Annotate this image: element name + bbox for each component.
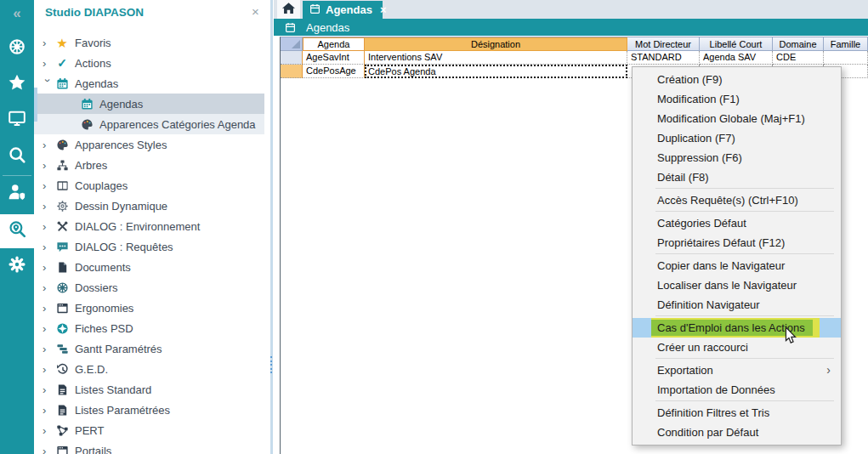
table-cell[interactable]: Agenda SAV	[700, 51, 773, 65]
menu-item-label: Propriétaires Défaut (F12)	[657, 236, 785, 249]
menu-item-label: Création (F9)	[657, 73, 723, 86]
column-header-libelle-court[interactable]: Libellé Court	[700, 37, 773, 51]
home-button[interactable]	[277, 0, 300, 19]
favorites-button[interactable]	[0, 67, 34, 101]
table-cell-editing[interactable]: CdePos Agenda	[365, 65, 627, 78]
menu-item-suppression[interactable]: Suppression (F6)	[633, 148, 841, 167]
row-selector[interactable]	[281, 65, 303, 78]
column-header-agenda[interactable]: Agenda	[303, 37, 365, 51]
chevron-right-icon: ›	[43, 200, 55, 213]
nav-item-portails[interactable]: ›Portails	[34, 440, 264, 454]
nav-item-listes-standard[interactable]: ›Listes Standard	[34, 379, 264, 400]
rail-separator	[3, 175, 31, 176]
nav-item-label: Documents	[75, 261, 131, 274]
nav-item-fiches-psd[interactable]: ›Fiches PSD	[34, 318, 264, 338]
collapse-panel-button[interactable]: «	[0, 0, 34, 27]
nav-item-apparences-styles[interactable]: ›Apparences Styles	[34, 134, 264, 155]
nav-item-pert[interactable]: ›PERT	[34, 420, 264, 440]
grid-header-row: Agenda Désignation Mot Directeur Libellé…	[281, 37, 868, 51]
menu-item-modification-globale[interactable]: Modification Globale (Maj+F1)	[633, 109, 841, 128]
nav-item-label: DIALOG : Environnement	[75, 220, 200, 233]
row-selector[interactable]	[281, 51, 303, 65]
tab-agendas[interactable]: Agendas ×	[303, 1, 383, 19]
nav-item-agendas-sub[interactable]: Agendas	[34, 94, 264, 114]
menu-item-creer-raccourci[interactable]: Créer un raccourci	[633, 338, 841, 357]
column-header-mot-directeur[interactable]: Mot Directeur	[627, 37, 700, 51]
menu-item-copier-navigateur[interactable]: Copier dans le Navigateur	[633, 256, 841, 275]
nav-item-favoris[interactable]: ›★Favoris	[34, 32, 264, 53]
menu-item-localiser-navigateur[interactable]: Localiser dans le Navigateur	[633, 275, 841, 295]
menu-item-label: Modification Globale (Maj+F1)	[657, 112, 805, 125]
workspace-button[interactable]	[0, 103, 34, 137]
menu-item-definition-filtres-tris[interactable]: Définition Filtres et Tris	[633, 403, 841, 423]
nav-item-listes-parametrees[interactable]: ›Listes Paramétrées	[34, 400, 264, 420]
tab-bar: Agendas ×	[274, 0, 868, 19]
chevron-right-icon: ›	[43, 241, 55, 253]
app-window: « Studio DIAPASON × ›★Favoris ›✓A	[0, 0, 868, 454]
nav-item-documents[interactable]: ›Documents	[34, 257, 264, 277]
menu-item-detail[interactable]: Détail (F8)	[633, 167, 841, 187]
menu-separator	[655, 358, 834, 359]
nav-item-dossiers[interactable]: ›Dossiers	[34, 277, 264, 298]
nav-item-label: Ergonomies	[75, 302, 133, 315]
table-cell[interactable]: CDE	[773, 51, 824, 65]
chevron-right-icon: ›	[43, 343, 55, 355]
table-cell[interactable]: CdePosAge	[303, 65, 365, 78]
nav-item-ergonomies[interactable]: ›Ergonomies	[34, 298, 264, 318]
nav-scrollbar-thumb[interactable]	[34, 88, 37, 122]
menu-item-cas-emploi-actions[interactable]: Cas d'Emploi dans les Actions	[633, 318, 841, 338]
menu-item-proprietaires-defaut[interactable]: Propriétaires Défaut (F12)	[633, 233, 841, 253]
menu-item-label: Définition Filtres et Tris	[657, 406, 769, 419]
table-cell[interactable]: AgeSavInt	[303, 51, 365, 65]
table-cell[interactable]	[824, 51, 868, 65]
select-all-corner[interactable]	[281, 37, 303, 51]
file-list-icon	[55, 383, 69, 396]
window-icon	[55, 444, 69, 454]
panel-splitter[interactable]	[270, 0, 273, 454]
table-cell[interactable]: STANDARD	[627, 51, 700, 65]
table-cell[interactable]: Interventions SAV	[365, 51, 627, 65]
chevron-right-icon: ›	[43, 179, 55, 192]
navigator-close-icon[interactable]: ×	[252, 4, 259, 19]
menu-item-creation[interactable]: Création (F9)	[633, 70, 841, 89]
nav-item-label: PERT	[75, 424, 104, 437]
nav-item-agendas[interactable]: ›Agendas	[34, 73, 264, 94]
nav-item-gantt-parametres[interactable]: ›Gantt Paramétrés	[34, 338, 264, 359]
menu-item-importation-donnees[interactable]: Importation de Données	[633, 380, 841, 400]
nav-item-dialog-requetes[interactable]: ›DIALOG : Requêtes	[34, 236, 264, 257]
nav-item-actions[interactable]: ›✓Actions	[34, 53, 264, 73]
wheel-icon	[55, 281, 69, 294]
nav-item-label: Listes Paramétrées	[75, 404, 170, 417]
search-pin-button[interactable]	[0, 214, 34, 248]
column-header-famille[interactable]: Famille	[824, 37, 868, 51]
nav-item-label: Apparences Styles	[75, 139, 167, 151]
chevron-right-icon: ›	[43, 57, 55, 70]
column-header-domaine[interactable]: Domaine	[773, 37, 824, 51]
menu-item-modification[interactable]: Modification (F1)	[633, 89, 841, 109]
nav-item-label: Agendas	[99, 98, 143, 111]
menu-item-condition-par-defaut[interactable]: Condition par Défaut	[633, 423, 841, 442]
gear-outline-icon	[55, 199, 69, 213]
modules-button[interactable]	[0, 31, 34, 65]
menu-item-acces-requetes[interactable]: Accès Requête(s) (Ctrl+F10)	[633, 190, 841, 210]
menu-item-exportation[interactable]: Exportation›	[633, 360, 841, 380]
nav-item-dialog-environnement[interactable]: ›DIALOG : Environnement	[34, 216, 264, 236]
nav-item-apparences-categories-agenda[interactable]: Apparences Catégories Agenda	[34, 114, 264, 134]
menu-separator	[655, 188, 834, 189]
menu-item-duplication[interactable]: Duplication (F7)	[633, 128, 841, 148]
nav-item-ged[interactable]: ›G.E.D.	[34, 359, 264, 379]
menu-item-categories-defaut[interactable]: Catégories Défaut	[633, 213, 841, 233]
nav-item-dessin-dynamique[interactable]: ›Dessin Dynamique	[34, 196, 264, 216]
chevron-down-icon: ›	[42, 78, 54, 91]
column-header-designation[interactable]: Désignation	[365, 37, 627, 51]
nav-item-couplages[interactable]: ›Couplages	[34, 175, 264, 196]
menu-item-definition-navigateur[interactable]: Définition Navigateur	[633, 295, 841, 315]
tab-close-icon[interactable]: ×	[380, 3, 387, 16]
nav-item-arbres[interactable]: ›Arbres	[34, 155, 264, 175]
collapse-icon: «	[13, 5, 20, 22]
user-roles-button[interactable]	[0, 177, 34, 211]
settings-button[interactable]	[0, 249, 34, 283]
chat-icon	[55, 240, 69, 253]
search-button[interactable]	[0, 139, 34, 173]
chevron-right-icon: ›	[43, 424, 55, 437]
